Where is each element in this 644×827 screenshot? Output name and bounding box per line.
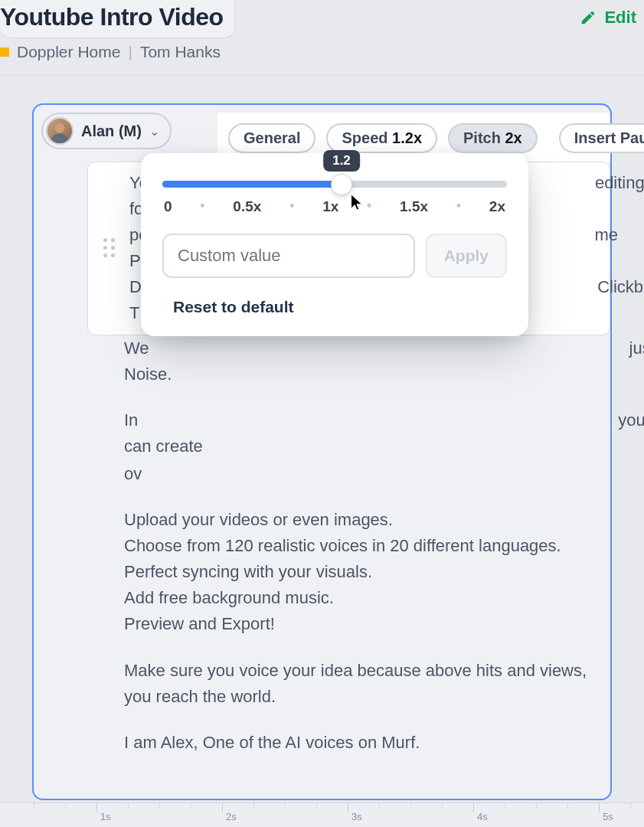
ruler-tick: 3s: [348, 803, 362, 812]
avatar: [46, 117, 74, 145]
breadcrumb: Doppler Home | Tom Hanks: [0, 38, 644, 75]
folder-color-dot: [0, 47, 9, 57]
ruler-tick: 4s: [473, 803, 488, 812]
pitch-pill[interactable]: Pitch 2x: [448, 123, 538, 153]
speed-slider-popup: 1.2 0 • 0.5x • 1x • 1.5x • 2x Apply Rese…: [141, 153, 528, 336]
svg-point-0: [55, 123, 65, 133]
insert-pause-pill[interactable]: Insert Pause: [559, 123, 644, 153]
breadcrumb-separator: |: [128, 43, 132, 61]
svg-point-1: [51, 133, 68, 143]
timeline-ruler[interactable]: 1s 2s 3s 4s 5s: [0, 802, 644, 827]
chevron-down-icon: ⌄: [149, 124, 159, 139]
ruler-tick: 2s: [222, 803, 237, 812]
slider-labels: 0 • 0.5x • 1x • 1.5x • 2x: [162, 198, 507, 215]
breadcrumb-root[interactable]: Doppler Home: [17, 43, 120, 61]
apply-button[interactable]: Apply: [426, 234, 507, 278]
slider-fill: [162, 181, 342, 188]
ruler-tick: 1s: [96, 803, 111, 812]
voice-name: Alan (M): [81, 123, 142, 140]
pencil-icon: [580, 9, 597, 26]
slider-knob[interactable]: [331, 174, 352, 195]
edit-button[interactable]: Edit: [580, 8, 636, 28]
voice-selector[interactable]: Alan (M) ⌄: [41, 113, 172, 149]
project-title[interactable]: Youtube Intro Video: [0, 0, 235, 38]
script-text-body[interactable]: Wexxxxxxxxxxxxxxxxxxxxxxxxxxxxxxxxxxxxxx…: [41, 335, 610, 756]
breadcrumb-user[interactable]: Tom Hanks: [140, 43, 221, 61]
speed-slider[interactable]: 1.2 0 • 0.5x • 1x • 1.5x • 2x: [162, 181, 507, 215]
speed-pill[interactable]: Speed 1.2x: [326, 123, 437, 153]
ruler-tick: 5s: [599, 803, 613, 812]
general-pill[interactable]: General: [228, 123, 315, 153]
reset-to-default-link[interactable]: Reset to default: [162, 298, 507, 316]
drag-handle-icon[interactable]: [103, 238, 116, 258]
custom-value-input[interactable]: [162, 234, 415, 278]
slider-track[interactable]: [162, 181, 507, 188]
slider-tooltip: 1.2: [323, 150, 360, 172]
